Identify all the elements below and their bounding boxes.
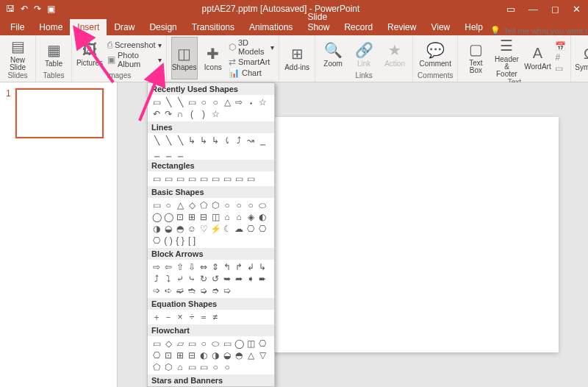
shape-option[interactable]: ⌂ [175,362,185,372]
shape-option[interactable]: ◑ [151,224,162,234]
shape-option[interactable]: ☆ [257,97,268,107]
undo-icon[interactable]: ↶ [21,4,28,14]
shape-option[interactable]: △ [175,200,185,210]
shape-option[interactable]: ◇ [187,200,197,210]
tab-transitions[interactable]: Transitions [184,19,242,35]
shape-option[interactable]: ╲ [151,135,162,146]
tab-record[interactable]: Record [337,19,380,35]
shape-option[interactable]: ▽ [257,350,268,361]
shape-option[interactable]: ☾ [222,224,232,234]
symbols-button[interactable]: ΩSymbols [576,37,588,79]
shape-option[interactable]: ◇ [163,338,173,349]
shape-option[interactable]: ▭ [198,174,209,184]
close-icon[interactable]: ✕ [573,4,581,15]
shape-option[interactable]: ⊟ [187,350,197,361]
new-slide-button[interactable]: ▤New Slide [4,37,31,71]
shape-option[interactable]: ↳ [257,262,268,272]
shape-option[interactable]: ○ [198,338,209,349]
shape-option[interactable]: ◒ [222,350,232,361]
zoom-button[interactable]: 🔍Zoom [320,37,346,71]
shape-option[interactable]: { } [175,235,185,246]
shape-option[interactable]: ↝ [245,135,256,146]
shape-option[interactable]: ☆ [210,109,220,119]
shape-option[interactable]: ↶ [151,109,162,119]
shape-option[interactable]: ⎔ [151,350,162,361]
shape-option[interactable]: ▭ [175,174,185,184]
tab-help[interactable]: Help [457,19,490,35]
shape-option[interactable]: ➯ [222,285,232,296]
pictures-button[interactable]: 🖼Pictures [76,37,103,71]
shape-option[interactable]: ⇩ [187,262,197,272]
shape-option[interactable]: ⬩ [245,97,256,107]
shape-option[interactable]: ↰ [222,262,232,272]
header-footer-button[interactable]: ☰Header & Footer [493,37,520,78]
shape-option[interactable]: ◐ [257,212,268,222]
shape-option[interactable]: ☁ [234,224,244,234]
shape-option[interactable]: ⬭ [210,338,220,349]
shape-option[interactable]: ) [198,109,209,119]
shape-option[interactable]: ○ [198,97,209,107]
tab-home[interactable]: Home [32,19,70,35]
shape-option[interactable]: ⤴ [234,135,244,146]
action-button[interactable]: ★Action [381,37,408,71]
shape-option[interactable]: ⌂ [234,212,244,222]
shape-option[interactable]: ○ [163,200,173,210]
maximize-icon[interactable]: ◻ [551,4,559,15]
shape-option[interactable]: ▱ [175,338,185,349]
slide-canvas[interactable] [250,117,559,352]
shape-option[interactable]: ⬡ [210,200,220,210]
shape-option[interactable]: ╲ [175,97,185,107]
shape-option[interactable]: ╲ [175,135,185,146]
save-icon[interactable]: 🖫 [6,4,15,14]
shape-option[interactable]: ↲ [245,262,256,272]
slide-thumbnail[interactable]: 1 [6,88,111,138]
shape-option[interactable]: ⊡ [175,212,185,222]
shape-option[interactable]: ➭ [198,285,209,296]
shape-option[interactable]: △ [222,97,232,107]
comment-button[interactable]: 💬Comment [422,37,448,71]
shape-option[interactable]: ▭ [163,174,173,184]
tab-view[interactable]: View [423,19,457,35]
shape-option[interactable]: ▭ [198,362,209,372]
shape-option[interactable]: ➩ [151,285,162,296]
shape-option[interactable]: ◯ [163,212,173,222]
shape-option[interactable]: ⇕ [210,262,220,272]
shape-option[interactable]: ○ [210,362,220,372]
shape-option[interactable]: ▭ [151,200,162,210]
shape-option[interactable]: ▭ [222,174,232,184]
shape-option[interactable]: × [175,312,185,322]
shape-option[interactable]: ◫ [245,338,256,349]
shape-option[interactable]: ⊞ [175,350,185,361]
thumbnail-1[interactable] [15,88,104,138]
tab-insert[interactable]: Insert [70,19,107,35]
shape-option[interactable]: ➫ [175,285,185,296]
shape-option[interactable]: △ [245,350,256,361]
shape-option[interactable]: ⬠ [151,362,162,372]
photo-album-button[interactable]: ▣Photo Album ▾ [107,51,162,68]
screenshot-button[interactable]: ⎙Screenshot ▾ [107,40,162,50]
shape-option[interactable]: ↳ [198,135,209,146]
tab-design[interactable]: Design [142,19,184,35]
shape-option[interactable]: ⊞ [187,212,197,222]
shape-option[interactable]: ( ) [163,235,173,246]
shape-option[interactable]: ( [187,109,197,119]
shape-option[interactable]: ➨ [257,274,268,284]
shape-option[interactable]: ▭ [210,174,220,184]
chart-button[interactable]: 📊Chart [229,68,274,78]
shape-option[interactable]: ○ [245,200,256,210]
shape-option[interactable]: ⇔ [198,262,209,272]
shape-option[interactable]: ↱ [234,262,244,272]
shape-option[interactable]: ◓ [175,224,185,234]
minimize-icon[interactable]: — [528,4,538,15]
shape-option[interactable]: ≠ [210,312,220,322]
shape-option[interactable]: [ ] [187,235,197,246]
shape-option[interactable]: ╲ [163,135,173,146]
3d-models-button[interactable]: ⬡3D Models ▾ [229,38,274,56]
start-slideshow-icon[interactable]: ▣ [47,4,55,14]
shape-option[interactable]: ⇨ [151,262,162,272]
shape-option[interactable]: ➦ [234,274,244,284]
shape-option[interactable]: ⎯ [257,135,268,146]
shape-option[interactable]: ▭ [151,97,162,107]
shapes-button[interactable]: ◫Shapes [171,37,198,79]
shape-option[interactable]: ➮ [210,285,220,296]
